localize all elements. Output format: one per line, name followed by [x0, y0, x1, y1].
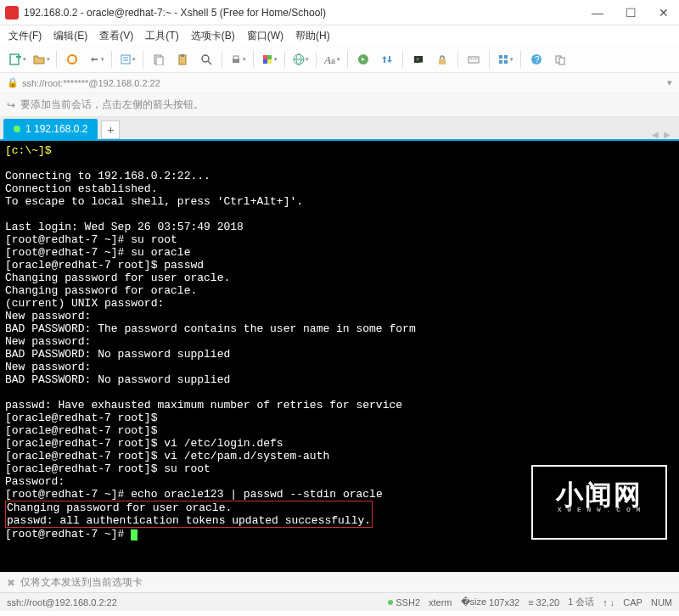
svg-rect-8	[156, 57, 163, 65]
highlighted-output: Changing password for user oracle. passw…	[5, 501, 373, 528]
status-cap: CAP	[623, 597, 643, 608]
maximize-button[interactable]: ☐	[620, 4, 642, 21]
menu-edit[interactable]: 编辑(E)	[53, 29, 87, 43]
svg-rect-10	[181, 54, 184, 57]
svg-rect-31	[475, 59, 477, 59]
add-session-arrow-icon[interactable]: ↪	[7, 99, 15, 111]
tab-label: 1 192.168.0.2	[25, 123, 87, 135]
tab-prev-icon[interactable]: ◀	[652, 130, 659, 139]
svg-rect-39	[559, 58, 564, 64]
watermark-text: 小闻网	[556, 489, 643, 501]
status-sessions: 1 会话	[568, 596, 594, 608]
add-tab-button[interactable]: +	[101, 120, 120, 139]
status-ssh: SSH2	[388, 597, 420, 608]
dropdown-icon[interactable]: ▾	[667, 77, 672, 88]
find-button[interactable]	[196, 49, 216, 70]
status-pos: ≡32,20	[528, 597, 559, 608]
svg-rect-15	[263, 55, 267, 59]
menu-file[interactable]: 文件(F)	[8, 29, 42, 43]
menu-tools[interactable]: 工具(T)	[145, 29, 178, 43]
svg-rect-28	[469, 57, 479, 63]
font-button[interactable]: Aa▾	[322, 49, 342, 70]
svg-rect-14	[233, 56, 238, 59]
reconnect-button[interactable]	[62, 49, 82, 70]
toolbar: ▾ ▾ ▾ ▾ ▾ ▾ ▾ Aa▾ >_ ▾ ?	[0, 46, 679, 73]
svg-rect-16	[267, 55, 272, 59]
script-button[interactable]	[353, 49, 373, 70]
terminal-button[interactable]: >_	[408, 49, 429, 70]
svg-rect-0	[10, 54, 19, 64]
menubar: 文件(F) 编辑(E) 查看(V) 工具(T) 选项卡(B) 窗口(W) 帮助(…	[0, 25, 679, 46]
svg-rect-29	[470, 59, 472, 59]
svg-rect-34	[499, 60, 502, 64]
status-num: NUM	[651, 597, 672, 608]
session-tab[interactable]: 1 192.168.0.2	[3, 119, 98, 139]
tabswitch-button[interactable]	[550, 49, 570, 70]
address-text: ssh://root:*******@192.168.0.2:22	[22, 78, 160, 88]
lock-button[interactable]	[432, 49, 452, 70]
hint-bar: ↪ 要添加当前会话，点击左侧的箭头按钮。	[0, 93, 679, 117]
menu-view[interactable]: 查看(V)	[99, 29, 133, 43]
status-nav: ↑↓	[603, 597, 614, 608]
tab-next-icon[interactable]: ▶	[664, 130, 671, 139]
window-title: 192.168.0.2 - oracle@redhat-7:~ - Xshell…	[24, 7, 586, 19]
paste-button[interactable]	[172, 49, 193, 70]
local-prompt: [c:\~]$	[5, 144, 52, 157]
svg-rect-30	[473, 59, 474, 59]
language-button[interactable]: ▾	[290, 49, 311, 70]
svg-rect-17	[263, 59, 267, 64]
tab-bar: 1 192.168.0.2 + ◀ ▶	[0, 117, 679, 141]
hint-text: 要添加当前会话，点击左侧的箭头按钮。	[20, 98, 204, 112]
info-text: 仅将文本发送到当前选项卡	[20, 575, 143, 590]
terminal-cursor	[131, 529, 137, 540]
svg-rect-18	[267, 59, 272, 64]
menu-window[interactable]: 窗口(W)	[247, 29, 283, 43]
svg-rect-33	[504, 55, 508, 59]
tab-nav: ◀ ▶	[652, 130, 676, 139]
tile-button[interactable]: ▾	[495, 49, 515, 70]
svg-text:a: a	[331, 57, 335, 65]
copy-button[interactable]	[149, 49, 169, 70]
close-info-icon[interactable]: ✖	[7, 577, 15, 589]
disconnect-button[interactable]: ▾	[86, 49, 106, 70]
menu-tabs[interactable]: 选项卡(B)	[191, 29, 235, 43]
window-titlebar: 192.168.0.2 - oracle@redhat-7:~ - Xshell…	[0, 0, 679, 25]
minimize-button[interactable]: —	[586, 4, 609, 21]
new-session-button[interactable]: ▾	[7, 49, 27, 70]
svg-text:A: A	[324, 53, 331, 65]
terminal-output[interactable]: [c:\~]$ Connecting to 192.168.0.2:22... …	[0, 141, 679, 572]
svg-rect-4	[121, 55, 130, 64]
svg-text:>_: >_	[416, 56, 423, 63]
status-indicator-icon	[388, 600, 393, 605]
color-scheme-button[interactable]: ▾	[259, 49, 279, 70]
status-dot-icon	[14, 126, 20, 132]
open-button[interactable]: ▾	[31, 49, 51, 70]
status-bar: ssh://root@192.168.0.2:22 SSH2 xterm �si…	[0, 592, 679, 611]
status-connection: ssh://root@192.168.0.2:22	[7, 597, 117, 608]
info-bar: ✖ 仅将文本发送到当前选项卡	[0, 572, 679, 592]
status-term: xterm	[429, 597, 452, 608]
svg-rect-27	[439, 59, 446, 64]
svg-point-11	[202, 55, 209, 62]
address-bar[interactable]: 🔒 ssh://root:*******@192.168.0.2:22 ▾	[0, 73, 679, 93]
transfer-button[interactable]	[377, 49, 397, 70]
properties-button[interactable]: ▾	[117, 49, 137, 70]
svg-rect-35	[504, 60, 508, 64]
help-button[interactable]: ?	[526, 49, 547, 70]
session-prev-icon[interactable]: ↑	[603, 597, 608, 608]
keyboard-button[interactable]	[463, 49, 484, 70]
close-button[interactable]: ✕	[654, 4, 674, 21]
print-button[interactable]: ▾	[227, 49, 248, 70]
lock-icon: 🔒	[7, 77, 19, 88]
app-icon	[5, 6, 19, 20]
watermark: 小闻网 X W E N W . C O M	[531, 465, 667, 540]
svg-text:?: ?	[535, 55, 540, 64]
session-next-icon[interactable]: ↓	[610, 597, 615, 608]
svg-rect-32	[499, 55, 502, 59]
watermark-url: X W E N W . C O M	[558, 503, 642, 516]
svg-line-12	[208, 61, 211, 64]
status-size: �size107x32	[461, 596, 520, 608]
menu-help[interactable]: 帮助(H)	[295, 29, 330, 43]
